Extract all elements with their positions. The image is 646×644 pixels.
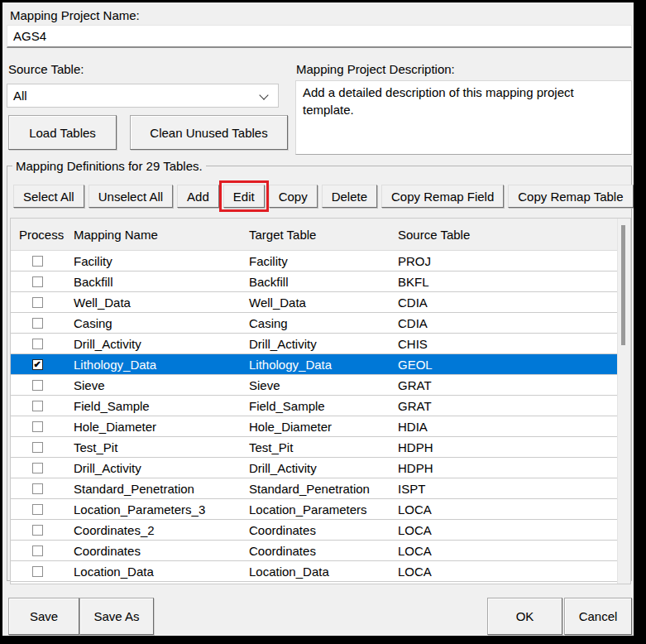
- project-name-input[interactable]: AGS4: [7, 25, 632, 48]
- toolbar-edit-button[interactable]: Edit: [223, 185, 265, 208]
- process-checkbox[interactable]: [32, 504, 43, 515]
- process-checkbox[interactable]: [32, 380, 43, 391]
- mapping-name-cell: Coordinates_2: [64, 523, 239, 537]
- target-table-cell: Test_Pit: [239, 440, 388, 454]
- mapping-definitions-group: Mapping Definitions for 29 Tables. Selec…: [7, 159, 632, 581]
- source-table-cell: PROJ: [388, 254, 617, 268]
- toolbar-select-all-button[interactable]: Select All: [13, 185, 84, 208]
- source-table-cell: CDIA: [388, 296, 617, 310]
- process-cell: [11, 442, 64, 453]
- toolbar-copy-remap-table-button[interactable]: Copy Remap Table: [508, 185, 633, 208]
- table-row[interactable]: ✔Lithology_DataLithology_DataGEOL: [11, 354, 617, 375]
- source-table-cell: CHIS: [388, 337, 617, 351]
- target-table-cell: Standard_Penetration: [239, 482, 388, 496]
- cancel-button[interactable]: Cancel: [564, 598, 632, 635]
- definitions-group-title: Mapping Definitions for 29 Tables.: [12, 159, 206, 173]
- mapping-name-cell: Coordinates: [64, 544, 239, 558]
- source-table-cell: LOCA: [388, 523, 617, 537]
- table-row[interactable]: CasingCasingCDIA: [11, 313, 617, 334]
- description-textarea[interactable]: Add a detailed description of this mappi…: [295, 80, 632, 155]
- mapping-name-cell: Drill_Activity: [64, 461, 239, 475]
- toolbar-unselect-all-button[interactable]: Unselect All: [89, 185, 173, 208]
- process-checkbox[interactable]: [32, 442, 43, 453]
- process-cell: [11, 483, 64, 494]
- column-header-target-table: Target Table: [239, 228, 388, 242]
- table-row[interactable]: SieveSieveGRAT: [11, 375, 617, 396]
- table-row[interactable]: Field_SampleField_SampleGRAT: [11, 396, 617, 416]
- process-checkbox[interactable]: [32, 339, 43, 349]
- source-table-cell: LOCA: [388, 565, 617, 579]
- process-checkbox[interactable]: [32, 545, 43, 556]
- process-checkbox[interactable]: [32, 276, 43, 287]
- project-name-label: Mapping Project Name:: [10, 8, 140, 22]
- table-header: Process Mapping Name Target Table Source…: [11, 219, 617, 250]
- process-cell: [11, 339, 64, 349]
- process-cell: [11, 401, 64, 411]
- process-checkbox[interactable]: [32, 463, 43, 473]
- target-table-cell: Location_Parameters: [239, 502, 388, 517]
- target-table-cell: Sieve: [239, 378, 388, 392]
- target-table-cell: Coordinates: [239, 523, 388, 537]
- mapping-name-cell: Test_Pit: [64, 440, 239, 454]
- mapping-name-cell: Lithology_Data: [64, 358, 239, 372]
- table-row[interactable]: Well_DataWell_DataCDIA: [11, 292, 617, 313]
- source-table-cell: HDPH: [388, 461, 617, 475]
- toolbar-add-button[interactable]: Add: [177, 185, 219, 208]
- table-row[interactable]: CoordinatesCoordinatesLOCA: [11, 541, 617, 561]
- process-checkbox[interactable]: [32, 297, 43, 308]
- table-row[interactable]: BackfillBackfillBKFL: [11, 272, 617, 292]
- save-as-button[interactable]: Save As: [79, 598, 154, 635]
- table-row[interactable]: Hole_DiameterHole_DiameterHDIA: [11, 416, 617, 437]
- process-checkbox[interactable]: [32, 401, 43, 411]
- column-header-mapping-name: Mapping Name: [64, 228, 239, 242]
- load-tables-button[interactable]: Load Tables: [8, 115, 117, 150]
- process-cell: [11, 463, 64, 473]
- clean-unused-tables-button[interactable]: Clean Unused Tables: [130, 115, 288, 150]
- process-checkbox-checked[interactable]: ✔: [32, 359, 43, 370]
- target-table-cell: Hole_Diameter: [239, 420, 388, 434]
- toolbar-delete-button[interactable]: Delete: [322, 185, 377, 208]
- target-table-cell: Casing: [239, 316, 388, 330]
- process-cell: [11, 545, 64, 556]
- process-cell: [11, 566, 64, 577]
- process-cell: [11, 276, 64, 287]
- scrollbar-thumb[interactable]: [621, 225, 625, 345]
- table-row[interactable]: Coordinates_2CoordinatesLOCA: [11, 520, 617, 541]
- process-checkbox[interactable]: [32, 566, 43, 577]
- process-cell: [11, 421, 64, 432]
- target-table-cell: Drill_Activity: [239, 461, 388, 475]
- save-button[interactable]: Save: [8, 598, 79, 635]
- process-checkbox[interactable]: [32, 256, 43, 267]
- source-table-select[interactable]: All: [7, 84, 279, 108]
- source-table-cell: HDPH: [388, 440, 617, 454]
- target-table-cell: Facility: [239, 254, 388, 268]
- table-row[interactable]: Drill_ActivityDrill_ActivityHDPH: [11, 458, 617, 478]
- table-row[interactable]: FacilityFacilityPROJ: [11, 251, 617, 272]
- column-header-source-table: Source Table: [388, 228, 617, 242]
- source-table-cell: ISPT: [388, 482, 617, 496]
- process-cell: [11, 504, 64, 515]
- process-checkbox[interactable]: [32, 525, 43, 536]
- source-table-label: Source Table:: [8, 62, 84, 76]
- process-checkbox[interactable]: [32, 318, 43, 329]
- toolbar-copy-remap-field-button[interactable]: Copy Remap Field: [381, 185, 504, 208]
- target-table-cell: Lithology_Data: [239, 358, 388, 372]
- table-row[interactable]: Test_PitTest_PitHDPH: [11, 437, 617, 458]
- target-table-cell: Coordinates: [239, 544, 388, 558]
- target-table-cell: Field_Sample: [239, 399, 388, 413]
- vertical-scrollbar[interactable]: [617, 219, 630, 584]
- mapping-name-cell: Location_Data: [64, 565, 239, 579]
- table-row[interactable]: Standard_PenetrationStandard_Penetration…: [11, 478, 617, 499]
- dialog-body: Mapping Project Name: AGS4 Source Table:…: [2, 2, 634, 636]
- process-checkbox[interactable]: [32, 483, 43, 494]
- target-table-cell: Drill_Activity: [239, 337, 388, 351]
- definitions-table: Process Mapping Name Target Table Source…: [10, 218, 631, 584]
- process-checkbox[interactable]: [32, 421, 43, 432]
- table-row[interactable]: Location_Parameters_3Location_Parameters…: [11, 499, 617, 520]
- ok-button[interactable]: OK: [487, 598, 562, 635]
- table-row[interactable]: Location_DataLocation_DataLOCA: [11, 561, 617, 582]
- mapping-name-cell: Location_Parameters_3: [64, 502, 239, 517]
- toolbar-copy-button[interactable]: Copy: [269, 185, 318, 208]
- source-table-cell: LOCA: [388, 544, 617, 558]
- table-row[interactable]: Drill_ActivityDrill_ActivityCHIS: [11, 334, 617, 354]
